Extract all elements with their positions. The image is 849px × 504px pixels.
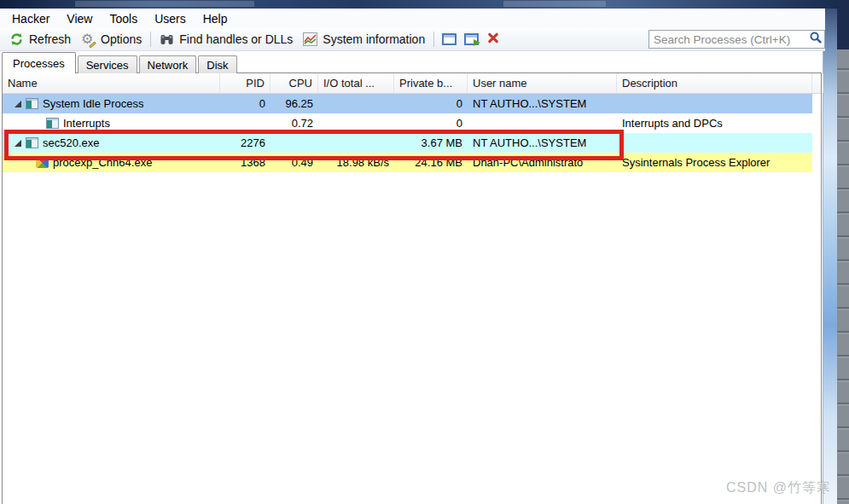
cell-private: 0: [394, 94, 468, 113]
table-body: System Idle Process096.250NT AUTHO...\SY…: [3, 94, 821, 172]
refresh-label: Refresh: [29, 32, 71, 46]
default-app-icon: [26, 98, 38, 109]
cell-pid: [220, 113, 270, 133]
toolbar-separator: [150, 32, 151, 47]
window-arrow-icon: [464, 33, 479, 45]
options-label: Options: [101, 32, 142, 46]
column-header-user[interactable]: User name: [468, 73, 617, 93]
cell-filler: [812, 113, 823, 133]
table-header: NamePIDCPUI/O total ...Private b...User …: [3, 73, 821, 94]
tab-services[interactable]: Services: [78, 55, 137, 73]
cell-io: [318, 94, 394, 113]
menu-item-help[interactable]: Help: [195, 10, 236, 27]
default-app-icon: [26, 137, 38, 148]
gear-icon: ⚙: [81, 32, 96, 46]
cell-name: sec520.exe: [3, 133, 220, 153]
cell-cpu: 0.49: [270, 153, 318, 172]
titlebar-highlight: [75, 1, 254, 7]
cell-private: 24.16 MB: [394, 153, 468, 172]
column-header-description[interactable]: Description: [617, 73, 812, 93]
column-header-io[interactable]: I/O total ...: [318, 73, 394, 93]
cell-user: [468, 113, 617, 133]
cell-name: Interrupts: [3, 113, 220, 133]
watermark: CSDN @竹等寒: [726, 479, 831, 497]
refresh-icon: [9, 32, 24, 46]
column-header-cpu[interactable]: CPU: [270, 73, 318, 93]
procexp-icon: [36, 157, 49, 168]
cell-description: [617, 133, 812, 153]
column-header-pid[interactable]: PID: [220, 73, 270, 93]
window-titlebar-edge: [0, 0, 849, 9]
process-row-procexp-chn64-exe[interactable]: procexp_Chn64.exe13680.4918.98 kB/s24.16…: [3, 153, 821, 172]
search-box: [648, 30, 825, 49]
new-window-icon: [442, 33, 456, 45]
column-header-name[interactable]: Name: [3, 73, 220, 93]
kill-process-button[interactable]: [482, 30, 504, 49]
cell-io: [318, 113, 394, 133]
toolbar-separator: [433, 32, 434, 47]
cell-name: System Idle Process: [3, 94, 220, 113]
cell-user: NT AUTHO...\SYSTEM: [468, 133, 617, 153]
cell-cpu: [270, 133, 318, 153]
process-row-system-idle-process[interactable]: System Idle Process096.250NT AUTHO...\SY…: [3, 94, 821, 113]
tab-disk[interactable]: Disk: [198, 55, 236, 73]
new-window-button[interactable]: [438, 30, 460, 49]
menu-bar: HackerViewToolsUsersHelp: [0, 9, 825, 28]
binoculars-icon: [160, 32, 174, 46]
menu-item-tools[interactable]: Tools: [101, 10, 146, 27]
system-chart-icon: [303, 32, 317, 46]
cell-user: Dhan-PC\Administrato: [468, 153, 617, 172]
cell-private: 0: [394, 113, 468, 133]
cell-cpu: 0.72: [270, 113, 318, 133]
search-icon[interactable]: [809, 31, 823, 48]
cell-cpu: 96.25: [270, 94, 318, 113]
process-row-sec520-exe[interactable]: sec520.exe22763.67 MBNT AUTHO...\SYSTEM: [3, 133, 821, 153]
default-app-icon: [46, 118, 59, 129]
cell-filler: [812, 133, 823, 153]
process-name: sec520.exe: [43, 136, 100, 149]
background-window-edge: [837, 0, 849, 504]
tab-network[interactable]: Network: [139, 55, 197, 73]
cell-io: 18.98 kB/s: [318, 153, 394, 172]
cell-pid: 0: [220, 94, 270, 113]
cell-pid: 2276: [220, 133, 270, 153]
find-handles-button[interactable]: Find handles or DLLs: [154, 31, 298, 48]
tab-processes[interactable]: Processes: [2, 52, 76, 73]
titlebar-highlight: [503, 1, 606, 7]
cell-description: Interrupts and DPCs: [617, 113, 812, 133]
cell-io: [318, 133, 394, 153]
system-information-button[interactable]: System information: [298, 31, 430, 48]
options-button[interactable]: ⚙ Options: [76, 31, 147, 48]
cell-name: procexp_Chn64.exe: [3, 153, 220, 172]
process-name: System Idle Process: [43, 97, 144, 110]
expand-arrow-icon[interactable]: [15, 101, 21, 107]
column-header-filler: [812, 73, 823, 93]
process-row-interrupts[interactable]: Interrupts0.720Interrupts and DPCs: [3, 113, 821, 133]
column-header-private[interactable]: Private b...: [394, 73, 468, 93]
refresh-button[interactable]: Refresh: [4, 31, 76, 48]
menu-item-hacker[interactable]: Hacker: [3, 10, 58, 27]
expand-arrow-icon[interactable]: [15, 140, 21, 147]
cell-description: Sysinternals Process Explorer: [617, 153, 812, 172]
process-name: procexp_Chn64.exe: [53, 156, 152, 169]
cell-private: 3.67 MB: [394, 133, 468, 153]
cell-filler: [812, 94, 823, 113]
system-information-label: System information: [323, 32, 425, 46]
find-handles-label: Find handles or DLLs: [179, 32, 293, 46]
open-window-button[interactable]: [460, 30, 482, 49]
search-input[interactable]: [654, 33, 809, 46]
cell-filler: [812, 153, 823, 172]
cell-pid: 1368: [220, 153, 270, 172]
window-border-right: [823, 9, 837, 504]
process-hacker-window: HackerViewToolsUsersHelp Refresh ⚙ Optio…: [0, 0, 849, 504]
process-name: Interrupts: [63, 117, 110, 130]
menu-item-view[interactable]: View: [58, 10, 101, 27]
cell-description: [617, 94, 812, 113]
menu-item-users[interactable]: Users: [146, 10, 195, 27]
process-list-panel: NamePIDCPUI/O total ...Private b...User …: [2, 72, 822, 504]
tab-strip: ProcessesServicesNetworkDisk: [2, 51, 239, 73]
cell-user: NT AUTHO...\SYSTEM: [468, 94, 617, 113]
kill-x-icon: [486, 32, 500, 48]
